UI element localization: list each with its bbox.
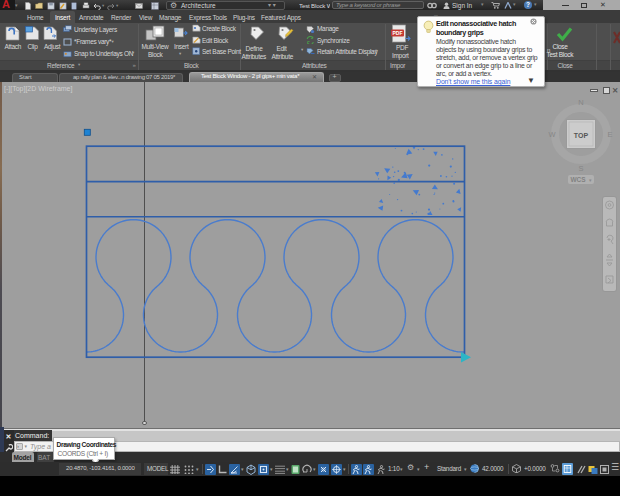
svg-text:W: W	[548, 130, 556, 139]
svg-text:E: E	[607, 130, 612, 139]
svg-text:N: N	[578, 98, 583, 107]
svg-text:WCS: WCS	[570, 176, 586, 183]
svg-text:S: S	[578, 164, 583, 173]
svg-text:TOP: TOP	[574, 132, 589, 139]
svg-text:PDF: PDF	[393, 30, 403, 36]
